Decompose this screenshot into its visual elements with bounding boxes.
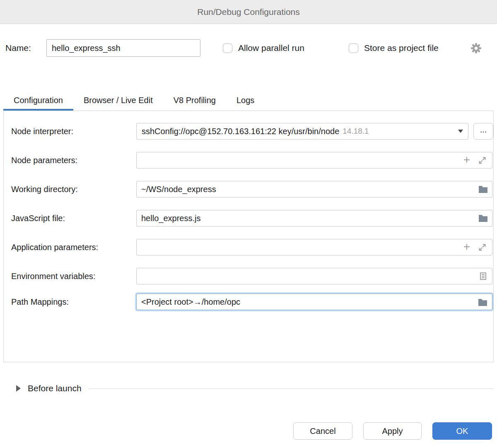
working-directory-field [136,181,492,198]
allow-parallel-run-label: Allow parallel run [238,43,304,53]
chevron-down-icon[interactable] [458,130,463,133]
tab-v8-profiling[interactable]: V8 Profiling [163,92,226,111]
node-interpreter-browse-button[interactable]: ... [473,123,493,140]
folder-icon[interactable] [478,210,488,226]
name-row: Name: Allow parallel run Store as projec… [0,39,497,57]
tab-bar: Configuration Browser / Live Edit V8 Pro… [3,92,265,111]
checkbox-box[interactable] [349,43,358,53]
node-parameters-row: Node parameters: + [4,152,493,169]
path-mappings-field[interactable]: <Project root>→/home/opc [136,294,492,310]
node-parameters-field: + [136,152,492,169]
dialog-titlebar: Run/Debug Configurations [0,0,497,24]
plus-icon[interactable]: + [463,152,470,169]
javascript-file-label: JavaScript file: [11,210,65,226]
store-as-project-file-checkbox[interactable]: Store as project file [349,39,439,57]
tab-logs[interactable]: Logs [226,92,265,111]
name-label: Name: [5,39,31,57]
node-parameters-label: Node parameters: [11,152,77,169]
configuration-panel: Node interpreter: sshConfig://opc@152.70… [3,111,494,362]
chevron-right-icon[interactable] [16,385,21,392]
folder-icon[interactable] [478,294,487,311]
node-interpreter-row: Node interpreter: sshConfig://opc@152.70… [4,123,493,140]
expand-icon[interactable] [478,239,487,255]
path-mappings-value: <Project root>→/home/opc [141,297,240,307]
working-directory-label: Working directory: [11,181,78,198]
variables-list-icon[interactable] [479,268,487,284]
dialog-title: Run/Debug Configurations [197,7,300,17]
node-parameters-input[interactable] [136,152,492,169]
tab-browser-live-edit[interactable]: Browser / Live Edit [73,92,163,111]
allow-parallel-run-checkbox[interactable]: Allow parallel run [223,39,304,57]
working-directory-input[interactable] [136,181,492,198]
gear-icon[interactable] [470,43,482,54]
node-interpreter-value: sshConfig://opc@152.70.163.161:22 key/us… [142,127,339,136]
apply-button[interactable]: Apply [363,422,422,440]
cancel-button[interactable]: Cancel [293,422,352,440]
javascript-file-row: JavaScript file: [4,210,493,226]
application-parameters-row: Application parameters: + [4,239,493,255]
environment-variables-row: Environment variables: [4,268,493,284]
javascript-file-input[interactable] [136,210,492,226]
application-parameters-input[interactable] [136,239,492,255]
javascript-file-field [136,210,492,226]
application-parameters-label: Application parameters: [11,239,98,255]
before-launch-section[interactable]: Before launch [0,379,497,397]
folder-icon[interactable] [478,181,488,198]
plus-icon[interactable]: + [463,239,470,255]
store-as-project-file-label: Store as project file [364,43,439,53]
path-mappings-row: Path Mappings: <Project root>→/home/opc [4,294,493,310]
ok-button[interactable]: OK [432,422,492,440]
before-launch-divider [89,388,493,389]
expand-icon[interactable] [478,152,487,169]
tab-configuration[interactable]: Configuration [3,92,73,111]
working-directory-row: Working directory: [4,181,493,198]
name-input[interactable] [46,39,200,57]
before-launch-label: Before launch [28,383,82,393]
node-interpreter-version: 14.18.1 [343,127,369,136]
checkbox-box[interactable] [223,43,232,53]
application-parameters-field: + [136,239,492,255]
environment-variables-input[interactable] [136,268,492,284]
environment-variables-label: Environment variables: [11,268,95,284]
node-interpreter-combobox[interactable]: sshConfig://opc@152.70.163.161:22 key/us… [136,123,468,140]
path-mappings-label: Path Mappings: [11,294,69,310]
environment-variables-field [136,268,492,284]
node-interpreter-label: Node interpreter: [11,123,73,140]
